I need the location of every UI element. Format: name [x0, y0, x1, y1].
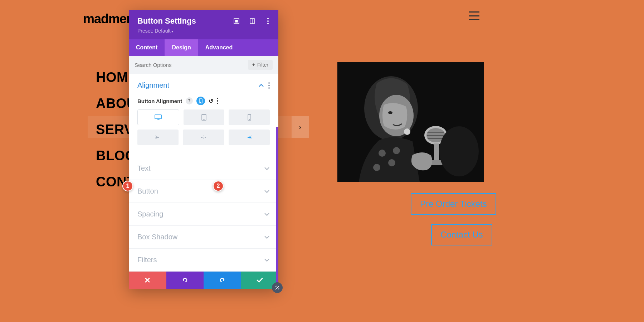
hero-image [337, 62, 484, 182]
device-phone-button[interactable] [229, 109, 270, 125]
redo-icon [219, 277, 225, 283]
check-icon [257, 278, 263, 283]
section-boxshadow-title: Box Shadow [137, 233, 177, 241]
tab-content[interactable]: Content [129, 39, 165, 56]
align-center-button[interactable] [183, 130, 224, 145]
filter-button[interactable]: + Filter [248, 60, 273, 70]
modal-scrollbar[interactable] [276, 127, 278, 284]
device-desktop-button[interactable] [137, 109, 179, 125]
modal-tabs: Content Design Advanced [129, 39, 278, 56]
button-settings-modal: Button Settings Preset: Default Content … [129, 10, 278, 289]
svg-point-22 [200, 102, 201, 103]
chevron-up-icon [258, 84, 264, 87]
svg-point-16 [439, 126, 479, 176]
section-spacing-title: Spacing [137, 210, 163, 218]
svg-rect-18 [235, 20, 238, 22]
align-right-button[interactable] [229, 130, 270, 145]
chevron-down-icon [264, 190, 270, 193]
chevron-down-icon [264, 167, 270, 170]
field-button-alignment-label: Button Alignment [137, 98, 182, 104]
svg-rect-14 [434, 143, 439, 161]
svg-point-27 [204, 119, 204, 120]
submenu-expand-icon[interactable]: › [292, 116, 309, 138]
tab-design[interactable]: Design [165, 39, 198, 56]
svg-point-7 [388, 159, 395, 166]
svg-point-3 [388, 111, 392, 114]
svg-rect-23 [155, 115, 161, 119]
annotation-2: 2 [213, 181, 224, 191]
section-filters-header[interactable]: Filters [129, 249, 278, 271]
section-button-title: Button [137, 187, 158, 195]
close-icon [145, 277, 150, 283]
contact-us-button[interactable]: Contact Us [431, 224, 492, 245]
section-spacing-header[interactable]: Spacing [129, 203, 278, 225]
undo-button[interactable] [166, 272, 204, 289]
chevron-down-icon [264, 235, 270, 239]
align-left-button[interactable] [137, 130, 179, 145]
section-text-header[interactable]: Text [129, 157, 278, 180]
device-tablet-button[interactable] [184, 109, 225, 125]
svg-point-6 [393, 147, 400, 154]
preset-dropdown[interactable]: Preset: Default [137, 28, 270, 34]
search-row: + Filter [129, 56, 278, 74]
section-more-icon[interactable] [268, 82, 270, 89]
help-icon[interactable]: ? [186, 97, 193, 104]
annotation-1: 1 [122, 181, 133, 191]
expand-icon[interactable] [233, 18, 240, 24]
resize-handle-icon[interactable] [272, 282, 283, 293]
section-button-header[interactable]: Button [129, 180, 278, 203]
reset-icon[interactable]: ↺ [209, 98, 213, 104]
tab-advanced[interactable]: Advanced [198, 39, 240, 56]
section-boxshadow-header[interactable]: Box Shadow [129, 226, 278, 248]
filter-label: Filter [257, 62, 268, 68]
svg-point-29 [249, 119, 250, 120]
chevron-down-icon [264, 258, 270, 262]
snap-icon[interactable] [249, 18, 255, 24]
modal-header: Button Settings Preset: Default [129, 10, 278, 39]
field-more-icon[interactable] [217, 98, 218, 104]
svg-point-5 [379, 150, 386, 157]
redo-button[interactable] [204, 272, 241, 289]
svg-point-4 [404, 128, 410, 135]
more-options-icon[interactable] [265, 18, 271, 24]
chevron-down-icon [264, 213, 270, 216]
svg-point-8 [373, 164, 380, 171]
undo-icon [182, 277, 188, 283]
section-text-title: Text [137, 164, 151, 172]
section-alignment-header[interactable]: Alignment [129, 74, 278, 97]
cancel-button[interactable] [129, 272, 166, 289]
preorder-tickets-button[interactable]: Pre Order Tickets [411, 193, 496, 215]
search-input[interactable] [135, 62, 244, 68]
modal-footer [129, 272, 278, 289]
responsive-mobile-icon[interactable] [196, 97, 205, 105]
hamburger-menu-icon[interactable] [469, 11, 479, 20]
section-alignment-title: Alignment [137, 81, 169, 89]
section-filters-title: Filters [137, 256, 157, 264]
